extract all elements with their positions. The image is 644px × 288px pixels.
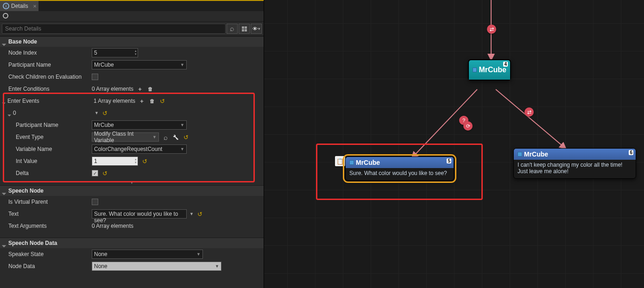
view-options-button[interactable] bbox=[251, 24, 262, 34]
reset-button[interactable] bbox=[101, 169, 108, 177]
prop-ev-varname: Variable Name ColorChangeRequestCount ▼ bbox=[0, 143, 264, 155]
edge-badge-swap-icon[interactable]: ⇄ bbox=[524, 107, 534, 117]
clear-button[interactable] bbox=[148, 97, 156, 105]
is-virtual-checkbox[interactable] bbox=[92, 199, 98, 205]
check-children-checkbox[interactable] bbox=[92, 74, 98, 80]
add-button[interactable] bbox=[138, 97, 145, 105]
reset-button[interactable] bbox=[158, 97, 166, 105]
event-badge-icon[interactable]: 📋 bbox=[335, 156, 345, 166]
collapse-icon bbox=[3, 241, 6, 245]
graph-node-6[interactable]: MrCube I can't keep changing my color al… bbox=[513, 148, 636, 179]
prop-label: Variable Name bbox=[16, 146, 92, 152]
chevron-down-icon: ▼ bbox=[180, 123, 184, 127]
speaker-state-combo[interactable]: None ▼ bbox=[92, 250, 203, 259]
collapse-icon bbox=[3, 40, 6, 44]
prop-enter-events: Enter Events 1 Array elements bbox=[0, 95, 264, 107]
ev-participant-combo[interactable]: MrCube ▼ bbox=[92, 120, 187, 130]
prop-label: Participant Name bbox=[16, 122, 92, 128]
text-options-dropdown[interactable]: ▼ bbox=[189, 212, 194, 216]
add-button[interactable] bbox=[136, 85, 144, 93]
cube-icon bbox=[473, 68, 477, 72]
section-expand-caret[interactable]: ▼ bbox=[0, 179, 264, 185]
reset-button[interactable] bbox=[141, 157, 148, 165]
prop-label: Text bbox=[8, 211, 92, 217]
node-text-line: I can't keep changing my color all the t… bbox=[518, 162, 632, 168]
graph-node-4[interactable]: MrCube 4 bbox=[468, 59, 511, 81]
int-value: 1 bbox=[94, 158, 97, 164]
int-value-field[interactable]: 1 ▴▾ bbox=[92, 157, 138, 166]
prop-label: Event Type bbox=[16, 134, 92, 140]
chevron-down-icon: ▼ bbox=[215, 264, 219, 269]
node-text-line: Just leave me alone! bbox=[518, 168, 632, 175]
object-radio[interactable] bbox=[3, 13, 8, 19]
delta-checkbox[interactable]: ✓ bbox=[92, 170, 98, 176]
edit-button[interactable] bbox=[172, 133, 179, 141]
clear-button[interactable] bbox=[146, 85, 154, 93]
node-text: Sure. What color would you like to see? bbox=[346, 168, 454, 180]
chevron-down-icon: ▼ bbox=[196, 252, 201, 257]
node-header: MrCube bbox=[514, 149, 636, 160]
search-button[interactable] bbox=[227, 24, 238, 34]
variable-name-combo[interactable]: ColorChangeRequestCount ▼ bbox=[92, 144, 187, 154]
chevron-down-icon: ▼ bbox=[152, 135, 157, 139]
spinner-icon[interactable]: ▴▾ bbox=[135, 157, 137, 164]
prop-speaker-state: Speaker State None ▼ bbox=[0, 248, 264, 260]
prop-text: Text Sure. What color would you like to … bbox=[0, 208, 264, 220]
node-title: MrCube bbox=[479, 66, 506, 74]
tab-bar: i Details ✕ bbox=[0, 0, 264, 11]
event-type-combo[interactable]: Modify Class Int Variable ▼ bbox=[92, 132, 159, 142]
array-count: 0 Array elements bbox=[92, 86, 133, 92]
prop-enter-conditions: Enter Conditions 0 Array elements bbox=[0, 83, 264, 95]
prop-label: Node Data bbox=[8, 263, 92, 269]
node-title: MrCube bbox=[356, 159, 380, 166]
reset-button[interactable] bbox=[196, 210, 204, 218]
graph-node-5[interactable]: MrCube Sure. What color would you like t… bbox=[345, 157, 454, 181]
details-tab[interactable]: i Details ✕ bbox=[0, 1, 39, 11]
node-title: MrCube bbox=[524, 150, 548, 158]
collapse-icon[interactable] bbox=[3, 97, 7, 105]
search-icon bbox=[230, 25, 234, 33]
spinner-icon[interactable]: ▴▾ bbox=[135, 49, 137, 56]
section-speech-node[interactable]: Speech Node bbox=[0, 185, 264, 196]
node-index-value: 5 bbox=[94, 50, 97, 56]
section-speech-data[interactable]: Speech Node Data bbox=[0, 238, 264, 248]
svg-line-2 bbox=[496, 89, 565, 148]
node-index-badge: 5 bbox=[447, 158, 451, 163]
participant-name-combo[interactable]: MrCube ▼ bbox=[92, 60, 187, 69]
reset-button[interactable] bbox=[182, 133, 189, 141]
edge-badge-swap-icon[interactable]: ⇄ bbox=[487, 25, 496, 34]
close-icon[interactable]: ✕ bbox=[33, 4, 37, 9]
item-dropdown[interactable]: ▼ bbox=[95, 111, 99, 115]
collapse-icon bbox=[3, 189, 6, 193]
node-index-field[interactable]: 5 ▴▾ bbox=[92, 48, 138, 57]
prop-ev-intvalue: Int Value 1 ▴▾ bbox=[0, 155, 264, 167]
reset-button[interactable] bbox=[101, 109, 109, 117]
graph-canvas[interactable]: ⇄ ? ⟳ ⇄ MrCube 4 📋 MrCube Sure. What col… bbox=[264, 0, 644, 288]
eye-icon bbox=[253, 26, 260, 31]
prop-node-data: Node Data None ▼ bbox=[0, 260, 264, 272]
prop-label: Int Value bbox=[16, 158, 92, 164]
collapse-icon[interactable] bbox=[8, 109, 13, 117]
combo-value: None bbox=[94, 251, 107, 257]
view-grid-button[interactable] bbox=[239, 24, 250, 34]
text-field[interactable]: Sure. What color would you like to see? bbox=[92, 209, 187, 219]
prop-participant-name: Participant Name MrCube ▼ bbox=[0, 59, 264, 71]
edge-badge-loop-icon[interactable]: ⟳ bbox=[463, 121, 473, 131]
prop-ev-participant: Participant Name MrCube ▼ bbox=[0, 119, 264, 131]
section-base-node[interactable]: Base Node bbox=[0, 36, 264, 47]
browse-button[interactable] bbox=[162, 133, 169, 141]
prop-ev-delta: Delta ✓ bbox=[0, 167, 264, 179]
array-count: 0 Array elements bbox=[92, 223, 133, 229]
combo-value: MrCube bbox=[94, 62, 114, 68]
cube-icon bbox=[349, 160, 354, 165]
cube-icon bbox=[518, 152, 522, 157]
combo-value: MrCube bbox=[94, 122, 114, 128]
prop-node-index: Node Index 5 ▴▾ bbox=[0, 47, 264, 59]
search-input[interactable] bbox=[2, 24, 226, 34]
combo-value: Modify Class Int Variable bbox=[94, 131, 152, 144]
node-index-badge: 4 bbox=[503, 62, 508, 67]
prop-label: Delta bbox=[16, 170, 92, 176]
node-text: I can't keep changing my color all the t… bbox=[514, 160, 636, 178]
node-data-combo[interactable]: None ▼ bbox=[92, 262, 221, 271]
prop-ev-type: Event Type Modify Class Int Variable ▼ bbox=[0, 131, 264, 143]
